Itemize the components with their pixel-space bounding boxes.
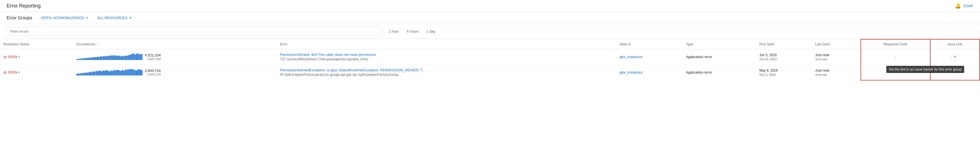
bell-icon: 🔔 <box>955 3 961 9</box>
error-cell: PermissionDenied: 403 The caller does no… <box>277 49 616 65</box>
time-1day[interactable]: 1 day <box>425 28 437 35</box>
response-code-value: - <box>895 70 896 75</box>
seen-in-cell: gke_instances <box>616 65 683 80</box>
table-row: ⊘ OPEN ▾ 4,521,104 4,521,104 P <box>0 49 980 65</box>
occ-main: 2,843,724 <box>145 68 161 73</box>
col-type: Type <box>682 39 756 49</box>
occ-sub: 2,843,724 <box>147 73 161 76</box>
col-response-code: Response Code <box>861 39 930 49</box>
occ-sub: 4,521,104 <box>147 57 161 60</box>
status-chevron-icon[interactable]: ▾ <box>18 71 20 74</box>
table-row: ⊘ OPEN ▾ 2,843,724 2,843,724 P <box>0 65 980 80</box>
response-code-cell: - <box>861 49 930 65</box>
all-resources-filter[interactable]: ALL RESOURCES ▼ <box>95 15 134 21</box>
first-seen-sub: Oct 30, 2022 <box>759 57 808 61</box>
first-seen-cell: May 9, 2019 Nov 2, 2022 <box>756 65 812 80</box>
col-seen-in: Seen In <box>616 39 683 49</box>
open-acknowledged-filter[interactable]: OPEN, ACKNOWLEDGED ▼ <box>39 15 91 21</box>
time-options: 1 hour 6 hours 1 day <box>387 28 437 35</box>
col-first-seen: First Seen <box>756 39 812 49</box>
sort-arrow-icon: ↓ <box>97 43 99 46</box>
type-cell: Application error <box>682 49 756 65</box>
type-cell: Application error <box>682 65 756 80</box>
error-icon: ⊘ <box>3 55 6 59</box>
error-icon: ⊘ <box>3 70 6 75</box>
first-seen-sub: Nov 2, 2022 <box>759 73 808 76</box>
occurrences-cell: 4,521,104 4,521,104 <box>73 49 277 65</box>
first-seen-date: Jun 5, 2020 <box>759 53 808 57</box>
status-text: OPEN <box>8 70 17 75</box>
app-title: Error Reporting <box>6 3 41 9</box>
top-bar: Error Reporting 🔔 CONF <box>0 0 980 12</box>
issue-link-cell: + <box>930 65 980 80</box>
last-seen-cell: Just now Just now <box>812 65 861 80</box>
last-seen-main: Just now <box>815 68 857 72</box>
filter2-label: ALL RESOURCES <box>97 16 127 20</box>
sub-bar: Error Groups OPEN, ACKNOWLEDGED ▼ ALL RE… <box>0 12 980 24</box>
status-cell: ⊘ OPEN ▾ <box>0 49 73 65</box>
seen-in-cell: gke_instances <box>616 49 683 65</box>
col-last-seen: Last Seen <box>812 39 861 49</box>
last-seen-sub: Just now <box>815 57 857 61</box>
filter-input[interactable] <box>6 27 383 36</box>
conf-label: CONF <box>963 4 974 8</box>
chevron-down-icon: ▼ <box>86 16 89 19</box>
error-link[interactable]: PermissionDeniedException: io.grpc.Statu… <box>280 68 425 72</box>
error-path: 737 /usr/local/lib/python2.7/site-packag… <box>280 57 613 61</box>
col-issue-link: Issue Link <box>930 39 980 49</box>
response-code-cell: - <box>861 65 930 80</box>
seen-in-link[interactable]: gke_instances <box>620 70 643 75</box>
col-resolution-status: Resolution Status <box>0 39 73 49</box>
conf-button[interactable]: 🔔 CONF <box>955 3 974 9</box>
status-text: OPEN <box>8 55 17 59</box>
first-seen-date: May 9, 2019 <box>759 68 808 72</box>
col-occurrences[interactable]: Occurrences ↓ <box>73 39 277 49</box>
status-cell: ⊘ OPEN ▾ <box>0 65 73 80</box>
error-link[interactable]: PermissionDenied: 403 The caller does no… <box>280 52 376 57</box>
seen-in-link[interactable]: gke_instances <box>620 55 643 59</box>
sparkline-row2 <box>76 69 142 75</box>
add-issue-link-button[interactable]: + <box>951 68 959 76</box>
time-6hours[interactable]: 6 hours <box>405 28 420 35</box>
last-seen-cell: Just now Just now <box>812 49 861 65</box>
error-path: 55 ApiExceptionFactory.java(com.google.a… <box>280 73 613 76</box>
response-code-value: - <box>895 55 896 59</box>
filter1-label: OPEN, ACKNOWLEDGED <box>41 16 84 20</box>
last-seen-sub: Just now <box>815 73 857 76</box>
issue-link-cell: + Set the link to an issue tracker for t… <box>930 49 980 65</box>
chevron-down-icon: ▼ <box>129 16 132 19</box>
occ-main: 4,521,104 <box>145 53 161 57</box>
col-error: Error <box>277 39 616 49</box>
error-table: Resolution Status Occurrences ↓ Error Se… <box>0 39 980 81</box>
error-cell: PermissionDeniedException: io.grpc.Statu… <box>277 65 616 80</box>
table-header: Resolution Status Occurrences ↓ Error Se… <box>0 39 980 49</box>
time-1hour[interactable]: 1 hour <box>387 28 401 35</box>
sparkline-row1 <box>76 53 142 60</box>
last-seen-main: Just now <box>815 53 857 57</box>
occurrences-cell: 2,843,724 2,843,724 <box>73 65 277 80</box>
first-seen-cell: Jun 5, 2020 Oct 30, 2022 <box>756 49 812 65</box>
add-issue-link-button[interactable]: + <box>951 53 959 61</box>
status-chevron-icon[interactable]: ▾ <box>18 55 20 58</box>
section-title: Error Groups <box>6 16 32 21</box>
filter-bar: 1 hour 6 hours 1 day <box>0 24 980 39</box>
add-issue-link-container: + Set the link to an issue tracker for t… <box>951 53 959 61</box>
